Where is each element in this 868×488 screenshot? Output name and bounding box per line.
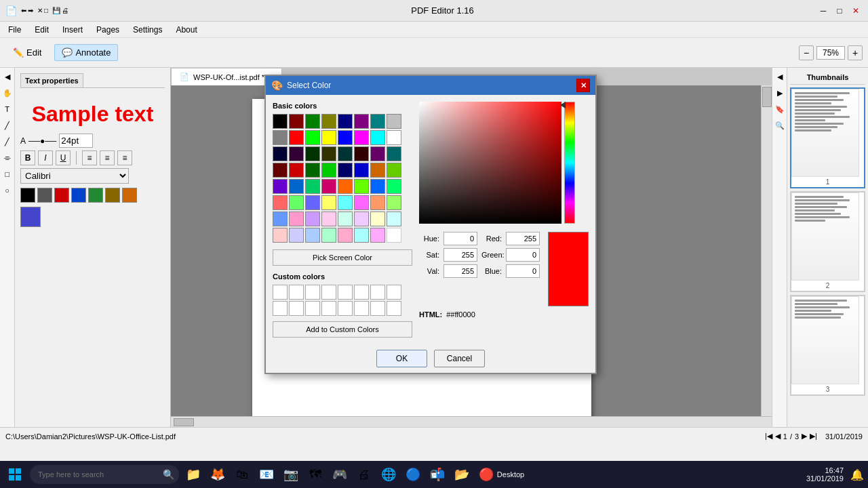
custom-color-cell[interactable]: [370, 285, 385, 300]
taskbar-hp-icon[interactable]: 🖨: [353, 464, 375, 485]
color-swatch-orange[interactable]: [122, 188, 137, 203]
start-button[interactable]: [3, 462, 27, 487]
custom-color-cell[interactable]: [289, 301, 304, 316]
custom-color-cell[interactable]: [387, 285, 401, 300]
text-properties-tab[interactable]: Text properties: [20, 73, 83, 87]
basic-color-cell[interactable]: [321, 163, 336, 178]
basic-color-cell[interactable]: [338, 146, 353, 161]
basic-color-cell[interactable]: [273, 211, 288, 226]
basic-color-cell[interactable]: [338, 211, 353, 226]
custom-color-cell[interactable]: [321, 285, 336, 300]
ok-button[interactable]: OK: [376, 350, 427, 367]
right-sidebar-icon-2[interactable]: ▶: [774, 87, 786, 99]
basic-color-cell[interactable]: [354, 179, 369, 194]
color-swatch-red[interactable]: [54, 188, 69, 203]
page-prev-btn[interactable]: ◀: [775, 432, 781, 441]
blue-input[interactable]: [506, 264, 540, 278]
basic-color-cell[interactable]: [289, 114, 304, 129]
custom-color-cell[interactable]: [354, 301, 369, 316]
basic-color-cell[interactable]: [354, 228, 369, 243]
basic-color-cell[interactable]: [338, 179, 353, 194]
cancel-button[interactable]: Cancel: [434, 350, 485, 367]
color-swatch-black[interactable]: [20, 188, 35, 203]
basic-color-cell[interactable]: [338, 163, 353, 178]
basic-color-cell[interactable]: [387, 130, 401, 145]
menu-about[interactable]: About: [170, 24, 202, 36]
maximize-button[interactable]: □: [833, 4, 846, 18]
basic-color-cell[interactable]: [321, 114, 336, 129]
val-input[interactable]: [443, 264, 477, 278]
custom-color-cell[interactable]: [273, 301, 288, 316]
basic-color-cell[interactable]: [305, 179, 320, 194]
basic-color-cell[interactable]: [354, 130, 369, 145]
taskbar-explorer-icon[interactable]: 📁: [182, 464, 204, 485]
align-center-button[interactable]: ≡: [100, 150, 115, 165]
menu-pages[interactable]: Pages: [91, 24, 125, 36]
basic-color-cell[interactable]: [338, 195, 353, 210]
taskbar-chrome-icon[interactable]: 🌐: [378, 464, 399, 485]
basic-color-cell[interactable]: [289, 195, 304, 210]
thumbnail-2[interactable]: 2: [790, 191, 865, 292]
basic-color-cell[interactable]: [387, 211, 401, 226]
left-sidebar-icon-4[interactable]: ╱: [1, 119, 14, 131]
basic-color-cell[interactable]: [273, 163, 288, 178]
close-window-button[interactable]: ✕: [849, 4, 863, 18]
basic-color-cell[interactable]: [387, 228, 401, 243]
taskbar-store-icon[interactable]: 🛍: [231, 464, 253, 485]
basic-color-cell[interactable]: [354, 163, 369, 178]
basic-color-cell[interactable]: [370, 163, 385, 178]
custom-color-cell[interactable]: [370, 301, 385, 316]
basic-color-cell[interactable]: [387, 195, 401, 210]
page-next-btn[interactable]: ▶: [802, 432, 807, 441]
custom-color-cell[interactable]: [387, 301, 401, 316]
left-sidebar-icon-8[interactable]: ○: [1, 184, 14, 197]
basic-color-cell[interactable]: [305, 195, 320, 210]
basic-color-cell[interactable]: [289, 211, 304, 226]
left-sidebar-icon-6[interactable]: ⌯: [1, 152, 14, 164]
taskbar-mail-icon[interactable]: 📧: [256, 464, 277, 485]
basic-color-cell[interactable]: [387, 179, 401, 194]
zoom-out-button[interactable]: −: [799, 45, 814, 60]
custom-color-cell[interactable]: [273, 285, 288, 300]
font-size-input[interactable]: [59, 134, 93, 148]
basic-color-cell[interactable]: [273, 130, 288, 145]
basic-color-cell[interactable]: [370, 179, 385, 194]
basic-color-cell[interactable]: [289, 130, 304, 145]
basic-color-cell[interactable]: [338, 130, 353, 145]
taskbar-desktop-icon[interactable]: Desktop: [500, 464, 521, 485]
basic-color-cell[interactable]: [387, 146, 401, 161]
basic-color-cell[interactable]: [370, 228, 385, 243]
taskbar-outlook-icon[interactable]: 📬: [427, 464, 448, 485]
left-sidebar-icon-3[interactable]: T: [1, 103, 14, 115]
annotate-button[interactable]: 💬 Annotate: [54, 44, 118, 61]
page-last-btn[interactable]: ▶|: [810, 432, 817, 441]
basic-color-cell[interactable]: [305, 146, 320, 161]
basic-color-cell[interactable]: [354, 211, 369, 226]
color-swatch-blue[interactable]: [71, 188, 86, 203]
h-scrollbar[interactable]: [171, 416, 772, 427]
basic-color-cell[interactable]: [289, 146, 304, 161]
basic-color-cell[interactable]: [273, 195, 288, 210]
right-sidebar-icon-4[interactable]: 🔍: [774, 119, 786, 131]
v-scrollbar[interactable]: [761, 85, 772, 416]
menu-settings[interactable]: Settings: [127, 24, 167, 36]
taskbar-ie-icon[interactable]: 🔵: [402, 464, 424, 485]
basic-color-cell[interactable]: [273, 114, 288, 129]
underline-button[interactable]: U: [56, 150, 71, 165]
taskbar-files-icon[interactable]: 📂: [451, 464, 473, 485]
hue-bar[interactable]: [564, 102, 575, 224]
bold-button[interactable]: B: [20, 150, 35, 165]
color-swatch-green[interactable]: [88, 188, 103, 203]
taskbar-app-icon[interactable]: 🔴: [475, 464, 497, 485]
font-name-select[interactable]: Calibri: [20, 168, 129, 184]
taskbar-firefox-icon[interactable]: 🦊: [207, 464, 229, 485]
left-sidebar-icon-2[interactable]: ✋: [1, 87, 14, 99]
basic-color-cell[interactable]: [321, 228, 336, 243]
taskbar-photos-icon[interactable]: 📷: [280, 464, 302, 485]
basic-color-cell[interactable]: [289, 179, 304, 194]
basic-color-cell[interactable]: [273, 228, 288, 243]
menu-insert[interactable]: Insert: [57, 24, 88, 36]
pick-screen-color-button[interactable]: Pick Screen Color: [273, 249, 412, 266]
green-input[interactable]: [506, 248, 540, 262]
right-sidebar-icon-1[interactable]: ◀: [774, 70, 786, 83]
